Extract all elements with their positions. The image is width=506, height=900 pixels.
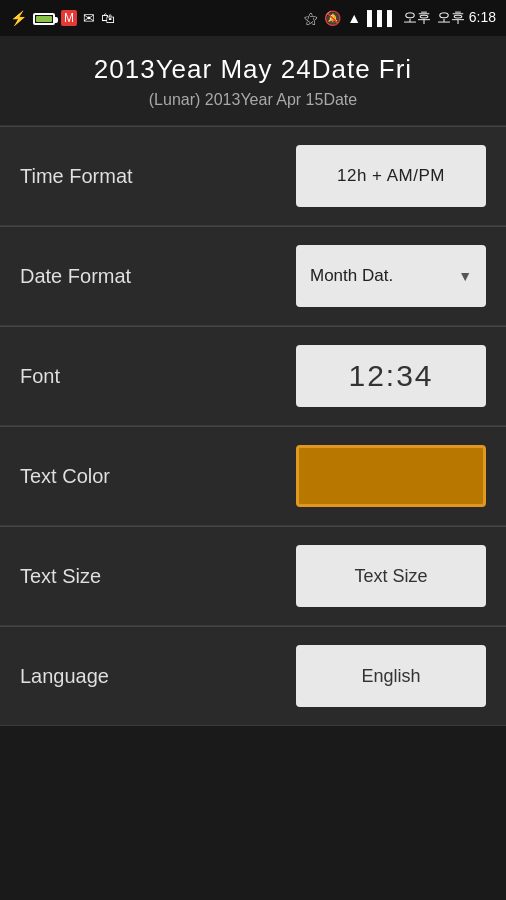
language-label: Language — [20, 665, 109, 688]
gmail-icon: M — [61, 10, 77, 26]
lunar-date: (Lunar) 2013Year Apr 15Date — [10, 91, 496, 109]
date-format-label: Date Format — [20, 265, 131, 288]
text-size-button[interactable]: Text Size — [296, 545, 486, 607]
settings-container: Time Format 12h + AM/PM Date Format Mont… — [0, 127, 506, 726]
signal-icon: ▌▌▌ — [367, 10, 397, 26]
status-right-icons: ⚝ 🔕 ▲ ▌▌▌ 오후 오후 6:18 — [304, 9, 496, 27]
language-row: Language English — [0, 627, 506, 726]
font-label: Font — [20, 365, 60, 388]
text-size-row: Text Size Text Size — [0, 527, 506, 626]
font-preview-button[interactable]: 12:34 — [296, 345, 486, 407]
date-format-value: Month Dat. — [310, 266, 393, 286]
main-date: 2013Year May 24Date Fri — [10, 54, 496, 85]
date-header: 2013Year May 24Date Fri (Lunar) 2013Year… — [0, 36, 506, 126]
korean-indicator: 오후 — [403, 9, 431, 27]
text-color-row: Text Color — [0, 427, 506, 526]
time-format-button[interactable]: 12h + AM/PM — [296, 145, 486, 207]
dropdown-arrow-icon: ▼ — [458, 268, 472, 284]
sms-icon: ✉ — [83, 10, 95, 26]
wifi-icon: ▲ — [347, 10, 361, 26]
time-format-row: Time Format 12h + AM/PM — [0, 127, 506, 226]
font-preview-value: 12:34 — [348, 359, 433, 393]
language-value: English — [361, 666, 420, 687]
shop-icon: 🛍 — [101, 10, 115, 26]
text-color-button[interactable] — [296, 445, 486, 507]
status-left-icons: ⚡ M ✉ 🛍 — [10, 10, 115, 26]
language-button[interactable]: English — [296, 645, 486, 707]
usb-icon: ⚡ — [10, 10, 27, 26]
date-format-row: Date Format Month Dat. ▼ — [0, 227, 506, 326]
clock-time: 오후 6:18 — [437, 9, 496, 27]
time-format-label: Time Format — [20, 165, 133, 188]
text-size-value: Text Size — [354, 566, 427, 587]
mute-icon: 🔕 — [324, 10, 341, 26]
bluetooth-icon: ⚝ — [304, 10, 318, 27]
time-format-value: 12h + AM/PM — [337, 166, 445, 186]
date-format-dropdown[interactable]: Month Dat. ▼ — [296, 245, 486, 307]
status-bar: ⚡ M ✉ 🛍 ⚝ 🔕 ▲ ▌▌▌ 오후 오후 6:18 — [0, 0, 506, 36]
font-row: Font 12:34 — [0, 327, 506, 426]
text-color-label: Text Color — [20, 465, 110, 488]
text-size-label: Text Size — [20, 565, 101, 588]
battery-status — [33, 10, 55, 26]
